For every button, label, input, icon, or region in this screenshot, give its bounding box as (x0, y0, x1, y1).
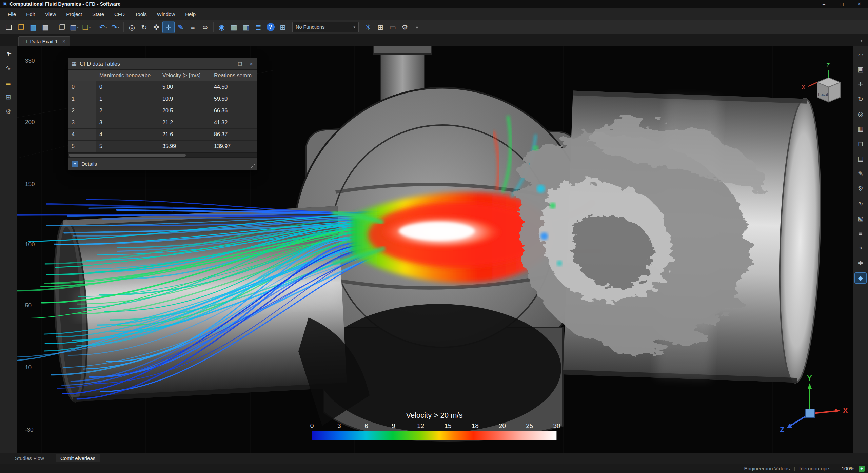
columns-button[interactable]: ▥ (228, 21, 240, 33)
menu-project[interactable]: Project (61, 8, 87, 20)
panel-header[interactable]: ▦ CFD data Tables ❐ ✕ (68, 58, 257, 70)
paste-button[interactable]: ❑▾ (81, 21, 92, 33)
table-button[interactable]: ▤ (855, 153, 866, 164)
tab-close-icon[interactable]: ✕ (62, 39, 66, 44)
bottom-tab-comit-eiverieas[interactable]: Comit eiverieas (56, 454, 100, 462)
scrollbar-thumb[interactable] (69, 154, 186, 157)
view-cube[interactable]: Local X Z (802, 62, 840, 102)
minimize-button[interactable]: – (815, 0, 833, 8)
flow-path-button[interactable]: ∿ (3, 63, 14, 73)
maximize-button[interactable]: ▢ (833, 0, 850, 8)
float-panel-icon[interactable]: ❐ (238, 61, 242, 67)
list-button[interactable]: ≡ (855, 228, 866, 239)
clipboard-button[interactable]: ▥▾ (68, 21, 80, 33)
orbit-button[interactable]: ↻ (855, 94, 866, 104)
cfd-data-tables-panel[interactable]: ▦ CFD data Tables ❐ ✕ Manimotic henowabe… (68, 58, 257, 170)
table-row[interactable]: 4421.686.37 (68, 129, 257, 141)
help-button[interactable]: ? (265, 21, 276, 33)
save-button[interactable]: ▤ (27, 21, 39, 33)
copy-icon: ❐ (59, 24, 65, 31)
zoom-button[interactable]: ◎ (855, 109, 866, 119)
bottom-tab-studies-flow[interactable]: Studies Flow (13, 454, 46, 462)
panel-footer[interactable]: ▾ Details (68, 157, 257, 170)
functions-dropdown[interactable]: No Functions▾ (292, 22, 359, 32)
right-toolbar-rail: ▱▣✛↻◎▦⊟▤✎⚙∿▧≡◔✚◆ (853, 46, 868, 453)
table-row[interactable]: 2220.566.36 (68, 105, 257, 117)
move-tool-button[interactable]: ✛ (163, 21, 174, 33)
wave-button[interactable]: ∿ (855, 198, 866, 209)
resize-grip[interactable] (251, 164, 255, 168)
column-header[interactable] (68, 70, 96, 81)
redo-button[interactable]: ↷▾ (110, 21, 121, 33)
undo-button[interactable]: ↶▾ (97, 21, 109, 33)
table-row[interactable]: 005.0044.50 (68, 81, 257, 93)
menu-file[interactable]: File (3, 8, 21, 20)
measure-tool-button[interactable]: ✎ (175, 21, 186, 33)
fan-tool-button[interactable]: ✳ (362, 21, 374, 33)
cfd-data-table: Manimotic henowabeVelocity [> [m/s]Reati… (68, 70, 257, 152)
menu-edit[interactable]: Edit (21, 8, 40, 20)
zoom-tool-button[interactable]: ◎ (126, 21, 138, 33)
menu-window[interactable]: Window (152, 8, 180, 20)
settings-button[interactable]: ⚙ (855, 183, 866, 194)
details-expander-icon[interactable]: ▾ (72, 161, 78, 167)
layers-icon: ≣ (6, 79, 11, 86)
section-button[interactable]: ⊟ (855, 139, 866, 149)
tab-overflow-chevron-icon[interactable]: ▾ (860, 38, 863, 43)
close-button[interactable]: ✕ (850, 0, 868, 8)
clock-button[interactable]: ◔ (855, 243, 866, 253)
layers-icon: ≣ (255, 24, 261, 31)
menu-view[interactable]: View (40, 8, 61, 20)
select-cursor-icon: ➤ (4, 49, 13, 58)
layers-button[interactable]: ≣ (3, 77, 14, 88)
layers-button[interactable]: ≣ (253, 21, 264, 33)
link-tool-button[interactable]: ∞ (199, 21, 211, 33)
zoom-icon: ◎ (858, 111, 864, 117)
copy-button[interactable]: ❐ (56, 21, 68, 33)
close-panel-icon[interactable]: ✕ (249, 61, 253, 67)
redo-icon: ↷ (111, 24, 117, 31)
column-header[interactable]: Velocity [> [m/s] (159, 70, 211, 81)
select-cursor-button[interactable]: ➤ (3, 48, 14, 59)
menu-state[interactable]: State (87, 8, 109, 20)
display-button[interactable]: ▭ (387, 21, 398, 33)
table-row[interactable]: 1110.959.50 (68, 93, 257, 105)
sync-settings-icon: ⚙ (402, 24, 408, 31)
hatch-button[interactable]: ▧ (855, 213, 866, 224)
table-row[interactable]: 3321.241.32 (68, 117, 257, 129)
table-row[interactable]: 5535.99139.97 (68, 141, 257, 152)
column-header[interactable]: Manimotic henowabe (96, 70, 159, 81)
more-button[interactable]: ▪ (411, 21, 423, 33)
add-button[interactable]: ✚ (855, 258, 866, 268)
select-box-button[interactable]: ▱ (855, 49, 866, 60)
split-view-button[interactable]: ▥ (240, 21, 252, 33)
grid-button[interactable]: ⊞ (277, 21, 289, 33)
data-grid-button[interactable]: ⊞ (3, 92, 14, 102)
menu-tools[interactable]: Tools (130, 8, 152, 20)
menu-help[interactable]: Help (180, 8, 201, 20)
probe-active-button[interactable]: ◆ (855, 273, 866, 283)
fit-view-button[interactable]: ⇔ (187, 21, 199, 33)
mesh-button[interactable]: ▦ (855, 124, 866, 134)
more-icon: ▪ (416, 24, 418, 31)
new-file-button[interactable]: ❏ (3, 21, 15, 33)
pan-tool-button[interactable]: ✜ (151, 21, 162, 33)
settings-gear-button[interactable]: ⚙ (3, 106, 14, 117)
data-cell: 0 (96, 81, 159, 93)
zoom-add-button[interactable]: + (859, 466, 865, 472)
column-header[interactable]: Reations semm (211, 70, 257, 81)
open-folder-button[interactable]: ❒ (15, 21, 27, 33)
print-button[interactable]: ▦ (40, 21, 51, 33)
pan-button[interactable]: ✛ (855, 79, 866, 89)
window-layout-button[interactable]: ⊞ (375, 21, 386, 33)
view-cube-button[interactable]: ▣ (855, 64, 866, 75)
probe-tool-button[interactable]: ◉ (216, 21, 228, 33)
horizontal-scrollbar[interactable] (68, 152, 257, 157)
annotate-button[interactable]: ✎ (855, 168, 866, 179)
tab-data-exait-1[interactable]: ❐ Data Exait 1 ✕ (18, 36, 70, 46)
orbit-tool-button[interactable]: ↻ (138, 21, 150, 33)
sync-settings-button[interactable]: ⚙ (399, 21, 411, 33)
fit-view-icon: ⇔ (190, 24, 197, 31)
functions-dropdown-value: No Functions (296, 24, 353, 30)
menu-cfd[interactable]: CFD (109, 8, 130, 20)
